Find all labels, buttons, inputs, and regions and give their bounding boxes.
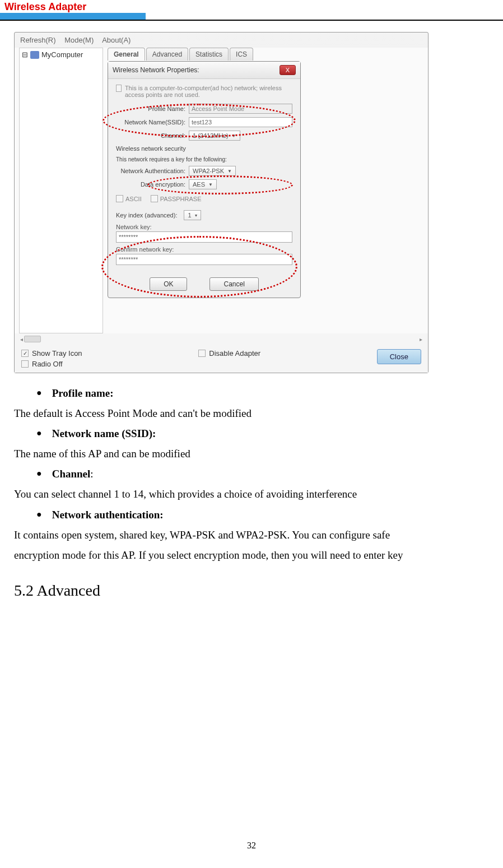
passphrase-label: PASSPHRASE xyxy=(160,196,202,202)
chevron-down-icon: ▼ xyxy=(208,182,213,187)
netkey-label: Network key: xyxy=(116,224,292,230)
dialog-content: This is a computer-to-computer(ad hoc) n… xyxy=(108,79,300,271)
window-body: ⊟ MyComputer General Advanced Statistics… xyxy=(15,48,428,333)
confirm-input[interactable] xyxy=(116,254,292,265)
chevron-down-icon: ▼ xyxy=(227,169,232,174)
row-profile: Profile Name: xyxy=(116,104,292,114)
security-note: This network requires a key for the foll… xyxy=(116,156,292,163)
profile-label: Profile Name: xyxy=(116,105,189,112)
section-heading: 5.2 Advanced xyxy=(14,575,489,605)
para-auth-1: It contains open system, shared key, WPA… xyxy=(14,525,489,545)
confirm-label: Confirm network key: xyxy=(116,246,292,253)
bottom-left: Show Tray Icon Radio Off xyxy=(21,349,82,368)
auth-value: WPA2-PSK xyxy=(193,168,224,174)
para-auth-2: encryption mode for this AP. If you sele… xyxy=(14,545,489,565)
radio-off-label: Radio Off xyxy=(32,360,63,368)
cancel-button[interactable]: Cancel xyxy=(209,277,258,291)
row-keyindex: Key index (advanced): 1 ▾ xyxy=(116,210,292,220)
keyindex-label: Key index (advanced): xyxy=(116,212,180,219)
chevron-down-icon: ▾ xyxy=(195,213,197,218)
security-heading: Wireless network security xyxy=(116,145,292,152)
show-tray-label: Show Tray Icon xyxy=(32,349,82,358)
encrypt-select[interactable]: AES ▼ xyxy=(189,179,217,189)
encrypt-label: Data encryption: xyxy=(116,181,189,188)
checkbox-icon xyxy=(21,360,29,368)
expand-icon[interactable]: ⊟ xyxy=(22,50,28,59)
document-text: Profile name: The default is Access Poin… xyxy=(14,383,489,605)
tabs-row: General Advanced Statistics ICS xyxy=(108,48,423,61)
close-icon[interactable]: X xyxy=(280,65,296,75)
close-button[interactable]: Close xyxy=(377,349,421,364)
bullet-profile: Profile name: xyxy=(36,383,489,403)
encrypt-value: AES xyxy=(193,181,205,188)
menu-refresh[interactable]: Refresh(R) xyxy=(20,36,56,44)
encoding-checkboxes: ASCII PASSPHRASE xyxy=(116,195,292,202)
tab-ics[interactable]: ICS xyxy=(230,48,253,61)
tab-statistics[interactable]: Statistics xyxy=(189,48,229,61)
netkey-input[interactable] xyxy=(116,231,292,243)
bullet-channel: Channel: xyxy=(36,464,489,484)
ssid-label: Network Name(SSID): xyxy=(116,119,189,126)
keyindex-value: 1 xyxy=(188,212,191,219)
key-section: Key index (advanced): 1 ▾ Network key: C… xyxy=(116,210,292,265)
radio-off-checkbox[interactable]: Radio Off xyxy=(21,360,82,368)
content-area: Refresh(R) Mode(M) About(A) ⊟ MyComputer… xyxy=(0,21,503,616)
tree-panel: ⊟ MyComputer xyxy=(19,48,103,333)
document-header: Wireless Adapter xyxy=(0,0,503,21)
row-ssid: Network Name(SSID): xyxy=(116,117,292,127)
row-auth: Network Authentication: WPA2-PSK ▼ xyxy=(116,166,292,176)
tree-item-mycomputer[interactable]: ⊟ MyComputer xyxy=(22,50,100,59)
background-panel xyxy=(305,70,411,227)
main-panel: General Advanced Statistics ICS Wireless… xyxy=(103,48,423,333)
disable-adapter-label: Disable Adapter xyxy=(209,349,260,358)
adhoc-note: This is a computer-to-computer(ad hoc) n… xyxy=(116,85,292,98)
para-profile: The default is Access Point Mode and can… xyxy=(14,403,489,424)
channel-value: 1 (2412MHz) xyxy=(193,132,229,139)
keyindex-select[interactable]: 1 ▾ xyxy=(184,210,201,220)
chevron-down-icon: ▼ xyxy=(232,133,236,138)
adhoc-text: This is a computer-to-computer(ad hoc) n… xyxy=(125,85,292,98)
channel-label: Channel: xyxy=(116,132,189,139)
computer-icon xyxy=(30,51,39,59)
profile-input xyxy=(189,104,292,114)
wireless-properties-dialog: Wireless Network Properties: X This is a… xyxy=(108,61,301,298)
checkbox-icon xyxy=(116,195,123,202)
dialog-buttons: OK Cancel xyxy=(108,271,300,298)
ascii-checkbox[interactable]: ASCII xyxy=(116,195,142,202)
tab-general[interactable]: General xyxy=(108,48,145,61)
menu-mode[interactable]: Mode(M) xyxy=(64,36,94,44)
ascii-label: ASCII xyxy=(125,196,142,202)
utility-window: Refresh(R) Mode(M) About(A) ⊟ MyComputer… xyxy=(14,32,429,373)
menu-about[interactable]: About(A) xyxy=(102,36,131,44)
show-tray-checkbox[interactable]: Show Tray Icon xyxy=(21,349,82,358)
dialog-titlebar: Wireless Network Properties: X xyxy=(108,62,300,79)
para-channel: You can select channel 1 to 14, which pr… xyxy=(14,484,489,504)
scroll-thumb[interactable] xyxy=(24,336,41,342)
dialog-title: Wireless Network Properties: xyxy=(113,66,199,74)
passphrase-checkbox[interactable]: PASSPHRASE xyxy=(151,195,202,202)
auth-label: Network Authentication: xyxy=(116,168,189,174)
scroll-left-icon[interactable]: ◂ xyxy=(20,336,23,342)
disable-adapter-checkbox[interactable]: Disable Adapter xyxy=(198,349,260,358)
page-number: 32 xyxy=(0,841,503,862)
bullet-auth: Network authentication: xyxy=(36,505,489,525)
ssid-input[interactable] xyxy=(189,117,292,127)
row-channel: Channel: 1 (2412MHz) ▼ xyxy=(116,131,292,141)
channel-select[interactable]: 1 (2412MHz) ▼ xyxy=(189,131,240,141)
tree-label: MyComputer xyxy=(41,50,83,59)
scrollbar-area: ◂ ▸ xyxy=(15,333,428,345)
row-encrypt: Data encryption: AES ▼ xyxy=(116,179,292,189)
bottom-panel: Show Tray Icon Radio Off Disable Adapter… xyxy=(15,345,428,373)
adhoc-checkbox[interactable] xyxy=(116,85,122,92)
bullet-ssid: Network name (SSID): xyxy=(36,424,489,444)
checkbox-icon xyxy=(198,350,206,357)
ok-button[interactable]: OK xyxy=(150,277,187,291)
scroll-right-icon[interactable]: ▸ xyxy=(420,336,422,342)
header-title: Wireless Adapter xyxy=(0,0,503,14)
checkbox-icon xyxy=(151,195,158,202)
menu-bar: Refresh(R) Mode(M) About(A) xyxy=(15,33,428,48)
header-underline xyxy=(0,13,146,20)
para-ssid: The name of this AP and can be modified xyxy=(14,444,489,464)
tab-advanced[interactable]: Advanced xyxy=(146,48,188,61)
auth-select[interactable]: WPA2-PSK ▼ xyxy=(189,166,236,176)
